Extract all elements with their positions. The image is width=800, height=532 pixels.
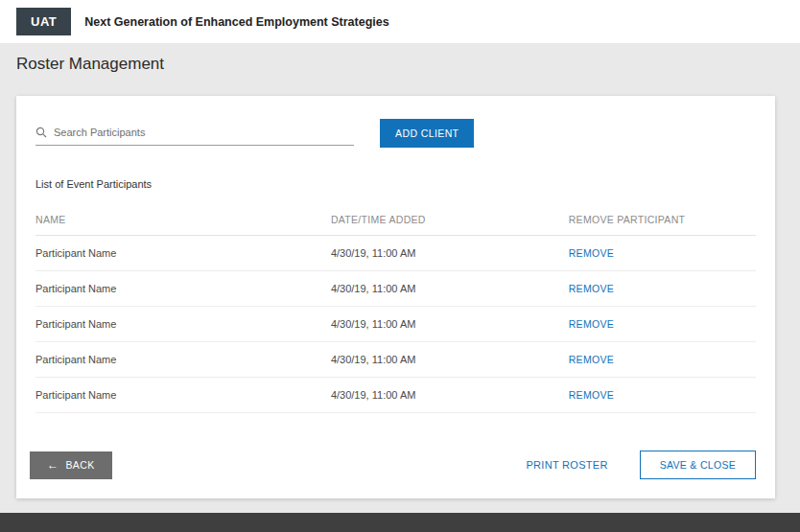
remove-link[interactable]: REMOVE <box>569 389 614 401</box>
table-row: Participant Name 4/30/19, 11:00 AM REMOV… <box>35 271 756 307</box>
participant-name: Participant Name <box>35 236 331 270</box>
save-close-button[interactable]: SAVE & CLOSE <box>640 451 756 479</box>
participant-name: Participant Name <box>35 378 331 412</box>
roster-card: ADD CLIENT List of Event Participants NA… <box>16 96 775 498</box>
page-title: Roster Management <box>16 55 800 74</box>
remove-link[interactable]: REMOVE <box>569 318 614 330</box>
remove-link[interactable]: REMOVE <box>569 283 614 294</box>
environment-badge: UAT <box>16 8 71 35</box>
search-input[interactable] <box>54 127 354 138</box>
column-header-remove: REMOVE PARTICIPANT <box>569 204 756 235</box>
back-button-label: BACK <box>65 459 94 471</box>
participant-added: 4/30/19, 11:00 AM <box>331 271 569 306</box>
table-row: Participant Name 4/30/19, 11:00 AM REMOV… <box>35 307 756 342</box>
print-roster-link[interactable]: PRINT ROSTER <box>526 459 607 471</box>
remove-link[interactable]: REMOVE <box>569 354 614 365</box>
top-bar: UAT Next Generation of Enhanced Employme… <box>0 0 800 43</box>
table-header-row: NAME DATE/TIME ADDED REMOVE PARTICIPANT <box>35 204 756 236</box>
search-field-wrap <box>35 127 354 146</box>
participant-name: Participant Name <box>35 307 331 341</box>
table-row: Participant Name 4/30/19, 11:00 AM REMOV… <box>35 342 756 378</box>
participant-added: 4/30/19, 11:00 AM <box>331 378 569 412</box>
search-row: ADD CLIENT <box>35 119 756 148</box>
bottom-bar <box>0 513 800 532</box>
add-client-button[interactable]: ADD CLIENT <box>380 119 474 148</box>
column-header-name: NAME <box>35 204 331 235</box>
search-icon <box>35 127 47 138</box>
participant-added: 4/30/19, 11:00 AM <box>331 236 569 270</box>
card-footer: ← BACK PRINT ROSTER SAVE & CLOSE <box>30 451 756 479</box>
participants-table: NAME DATE/TIME ADDED REMOVE PARTICIPANT … <box>35 204 756 413</box>
participant-added: 4/30/19, 11:00 AM <box>331 307 569 341</box>
participant-added: 4/30/19, 11:00 AM <box>331 342 569 377</box>
app-title: Next Generation of Enhanced Employment S… <box>84 15 388 29</box>
table-row: Participant Name 4/30/19, 11:00 AM REMOV… <box>35 236 756 271</box>
participant-name: Participant Name <box>35 342 331 377</box>
participant-name: Participant Name <box>35 271 331 306</box>
remove-link[interactable]: REMOVE <box>569 247 614 259</box>
back-arrow-icon: ← <box>47 459 59 471</box>
list-caption: List of Event Participants <box>35 178 756 190</box>
back-button[interactable]: ← BACK <box>30 451 112 479</box>
table-row: Participant Name 4/30/19, 11:00 AM REMOV… <box>35 378 756 413</box>
column-header-date: DATE/TIME ADDED <box>331 204 569 235</box>
